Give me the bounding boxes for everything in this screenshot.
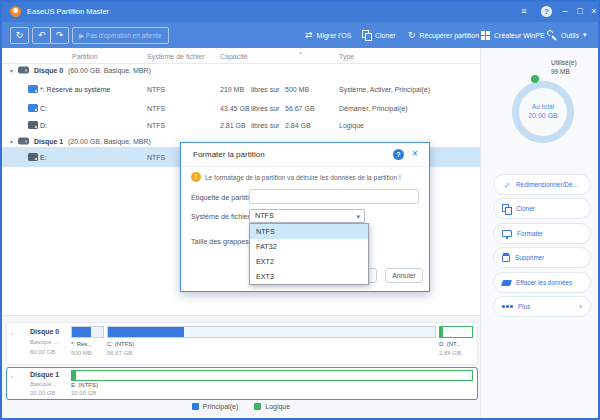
play-icon: ▶: [79, 32, 84, 39]
partition-icon: [28, 153, 38, 161]
disk-name: Disque 0: [34, 67, 63, 74]
capacity-total: 500 MB: [285, 86, 309, 93]
cancel-button[interactable]: Annuler: [385, 268, 423, 283]
disk1-card[interactable]: Disque 1 Basique ... 20.00 GB E: (NTFS) …: [6, 367, 478, 400]
map-size: 500 MB: [71, 350, 92, 356]
format-icon: [502, 230, 512, 237]
partition-type: Système, Activer, Principal(e): [339, 86, 430, 93]
legend-primary-label: Principal(e): [203, 403, 238, 410]
col-capacity[interactable]: Capacité: [220, 52, 248, 59]
option-ntfs[interactable]: NTFS: [250, 224, 368, 239]
partition-type: Démarrer, Principal(e): [339, 105, 407, 112]
resize-move-button[interactable]: ↔ Redimensionner/Déplacer: [493, 174, 591, 195]
option-fat32[interactable]: FAT32: [250, 239, 368, 254]
winpe-creator-button[interactable]: Créateur WinPE: [481, 28, 545, 42]
option-ext2[interactable]: EXT2: [250, 254, 368, 269]
collapse-chevron-icon[interactable]: ▾: [10, 138, 13, 145]
partition-icon: [28, 121, 38, 129]
partition-label-label: Étiquette de partition: [191, 193, 257, 202]
clone-partition-button[interactable]: Cloner: [493, 198, 591, 219]
app-window: EaseUS Partition Master ≡ ? – □ × ↻ ↶ ↷ …: [0, 0, 600, 420]
col-partition[interactable]: Partition: [72, 52, 98, 59]
partition-fs: NTFS: [147, 105, 165, 112]
delete-button[interactable]: Supprimer: [493, 247, 591, 268]
ellipsis-icon: [502, 305, 513, 308]
disk1-kind: Basique ...: [30, 381, 58, 387]
redo-button[interactable]: ↷: [50, 27, 69, 44]
partition-type: Logique: [339, 122, 364, 129]
map-label: E: (NTFS): [71, 382, 98, 388]
table-row-system-reserved[interactable]: *: Réservé au système NTFS 219 MB libres…: [2, 80, 480, 98]
map-label: C: (NTFS): [107, 341, 134, 347]
pending-operations-button[interactable]: ▶ Pas d'opération en attente: [72, 27, 169, 44]
format-button[interactable]: Formater: [493, 223, 591, 244]
migrate-os-label: Migrer l'OS: [317, 32, 352, 39]
partition-name: C:: [40, 105, 47, 112]
copy-icon: [502, 204, 511, 214]
capacity-sep: libres sur: [251, 86, 279, 93]
table-row-c[interactable]: C: NTFS 43.45 GB libres sur 56.67 GB Dém…: [2, 99, 480, 117]
more-label: Plus: [518, 303, 530, 310]
col-filesystem[interactable]: Système de fichier: [147, 52, 205, 59]
dialog-warning-text: Le formatage de la partition va détruire…: [205, 174, 401, 181]
disk-details: (20.00 GB, Basique, MBR): [68, 138, 151, 145]
dialog-title: Formater la partition: [193, 150, 265, 159]
partition-fs: NTFS: [147, 122, 165, 129]
dialog-close-icon[interactable]: ×: [412, 148, 418, 160]
partition-name: E:: [40, 154, 47, 161]
partition-label-input[interactable]: [249, 189, 419, 204]
map-partition-system-reserved[interactable]: [71, 326, 104, 338]
more-button[interactable]: Plus ›: [493, 296, 591, 317]
option-ext3[interactable]: EXT3: [250, 269, 368, 284]
close-icon[interactable]: ×: [587, 6, 600, 17]
collapse-chevron-icon[interactable]: ▾: [10, 67, 13, 74]
partition-fs: NTFS: [147, 154, 165, 161]
recover-partition-button[interactable]: ↻ Récupérer partition: [408, 28, 479, 42]
title-bar: EaseUS Partition Master ≡ ? – □ ×: [2, 2, 598, 22]
disk1-size: 20.00 GB: [30, 390, 55, 396]
recover-label: Récupérer partition: [420, 32, 480, 39]
menu-icon[interactable]: ≡: [517, 6, 531, 17]
disk1-name: Disque 1: [30, 371, 59, 378]
capacity-sep: libres sur: [251, 122, 279, 129]
undo-button[interactable]: ↶: [32, 27, 51, 44]
used-label: Utilisé(e): [551, 59, 577, 66]
maximize-icon[interactable]: □: [573, 6, 587, 17]
easeus-logo-icon: [10, 6, 21, 17]
minimize-icon[interactable]: –: [558, 6, 572, 17]
tools-label: Outils: [561, 32, 579, 39]
tools-button[interactable]: Outils ▾: [547, 28, 586, 42]
filesystem-select[interactable]: NTFS ▾: [249, 209, 365, 223]
capacity-free: 2.81 GB: [220, 122, 246, 129]
disk-icon: [18, 138, 29, 145]
used-space-dot-icon: [531, 75, 539, 83]
map-partition-e[interactable]: [71, 370, 473, 381]
help-icon[interactable]: ?: [541, 6, 552, 17]
disk-name: Disque 1: [34, 138, 63, 145]
col-type[interactable]: Type: [339, 52, 354, 59]
dialog-help-icon[interactable]: ?: [393, 149, 404, 160]
filesystem-value: NTFS: [255, 211, 274, 220]
delete-label: Supprimer: [515, 254, 544, 261]
table-row-disk0[interactable]: ▾ Disque 0 (60.00 GB, Basique, MBR): [2, 61, 480, 79]
undo-icon: ↶: [38, 30, 46, 40]
disk0-card[interactable]: Disque 0 Basique ... 60.00 GB *: Rés... …: [6, 322, 478, 365]
resize-icon: ↔: [500, 178, 513, 191]
sort-asc-icon[interactable]: ˆ: [299, 51, 302, 61]
clone-button[interactable]: Cloner: [362, 28, 396, 42]
chevron-down-icon: ▾: [356, 211, 360, 223]
winpe-icon: [481, 31, 490, 40]
toolbar: ↻ ↶ ↷ ▶ Pas d'opération en attente ⇄ Mig…: [2, 22, 598, 48]
map-partition-d[interactable]: [439, 326, 473, 338]
map-partition-c[interactable]: [107, 326, 436, 338]
disk-details: (60.00 GB, Basique, MBR): [68, 67, 151, 74]
wipe-data-button[interactable]: Effacer les données: [493, 272, 591, 293]
capacity-free: 43.45 GB: [220, 105, 250, 112]
format-partition-dialog: Formater la partition ? × ! Le formatage…: [180, 142, 430, 292]
resize-move-label: Redimensionner/Déplacer: [516, 181, 582, 188]
migrate-os-button[interactable]: ⇄ Migrer l'OS: [305, 28, 351, 42]
map-label: D: (NT...: [439, 341, 461, 347]
disk0-name: Disque 0: [30, 328, 59, 335]
refresh-button[interactable]: ↻: [10, 27, 29, 44]
clone-icon: [362, 30, 371, 40]
